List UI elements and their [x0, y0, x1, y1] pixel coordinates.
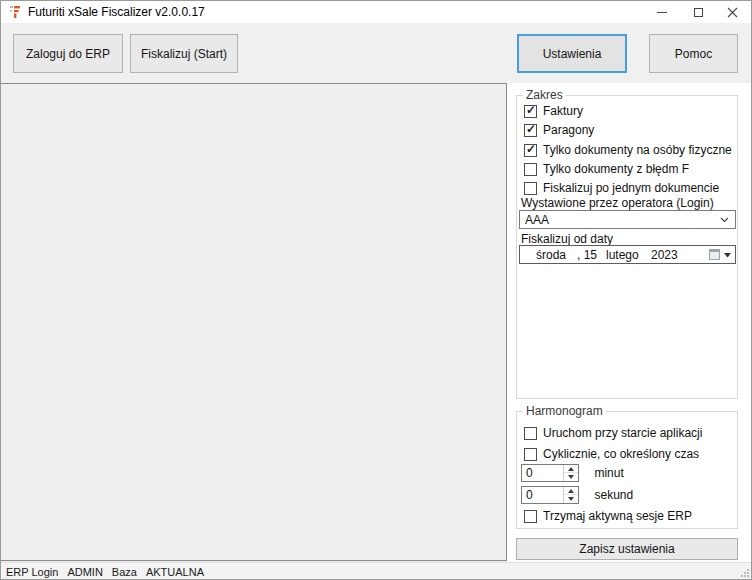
checkbox-row-jeden-dokument[interactable]: Fiskalizuj po jednym dokumencie: [524, 181, 719, 195]
settings-button[interactable]: Ustawienia: [517, 34, 627, 73]
group-zakres-title: Zakres: [523, 88, 566, 102]
checkbox-osoby-fizyczne-label[interactable]: Tylko dokumenty na osóby fizyczne: [543, 143, 732, 157]
maximize-button[interactable]: [682, 1, 714, 23]
checkbox-uruchom-start-label[interactable]: Uruchom przy starcie aplikacji: [543, 426, 702, 440]
seconds-unit-label: sekund: [594, 486, 633, 504]
maximize-icon: [694, 8, 703, 17]
resize-grip[interactable]: [740, 568, 749, 577]
save-settings-button[interactable]: Zapisz ustawienia: [516, 538, 738, 560]
calendar-dropdown-icon[interactable]: [724, 253, 731, 258]
app-window: Futuriti xSale Fiscalizer v2.0.0.17 Zalo…: [0, 0, 752, 580]
seconds-decrement-button[interactable]: [564, 495, 578, 503]
date-weekday[interactable]: środa: [536, 248, 566, 262]
checkbox-row-paragony[interactable]: Paragony: [524, 123, 594, 137]
status-baza-label: Baza: [112, 566, 137, 578]
minimize-icon: [657, 12, 667, 13]
checkbox-jeden-dokument-label[interactable]: Fiskalizuj po jednym dokumencie: [543, 181, 719, 195]
seconds-spinner-buttons: [563, 487, 578, 503]
app-logo-icon: [9, 5, 23, 19]
minutes-unit-label: minut: [594, 464, 623, 482]
chevron-up-icon: [568, 467, 574, 471]
minutes-decrement-button[interactable]: [564, 473, 578, 481]
close-icon: [727, 7, 738, 18]
minutes-increment-button[interactable]: [564, 465, 578, 474]
checkbox-jeden-dokument[interactable]: [524, 182, 537, 195]
checkbox-row-trzymaj-sesje[interactable]: Trzymaj aktywną sesje ERP: [524, 509, 692, 523]
chevron-down-icon: [568, 497, 574, 501]
checkbox-blad-f[interactable]: [524, 163, 537, 176]
status-erp-login-label: ERP Login: [6, 566, 58, 578]
checkbox-row-blad-f[interactable]: Tylko dokumenty z błędm F: [524, 162, 689, 176]
calendar-icon: [709, 249, 720, 260]
minutes-spinner-buttons: [563, 465, 578, 481]
checkbox-uruchom-start[interactable]: [524, 427, 537, 440]
help-button[interactable]: Pomoc: [649, 34, 738, 73]
chevron-up-icon: [568, 489, 574, 493]
status-bar: ERP Login ADMIN Baza AKTUALNA: [1, 562, 751, 580]
date-year[interactable]: 2023: [651, 248, 678, 262]
checkbox-faktury[interactable]: [524, 105, 537, 118]
checkbox-blad-f-label[interactable]: Tylko dokumenty z błędm F: [543, 162, 689, 176]
fiscalize-start-button[interactable]: Fiskalizuj (Start): [130, 34, 238, 73]
status-erp-login-value: ADMIN: [67, 566, 102, 578]
status-baza-value: AKTUALNA: [146, 566, 204, 578]
window-title: Futuriti xSale Fiscalizer v2.0.0.17: [28, 1, 205, 23]
log-output-panel[interactable]: [1, 83, 507, 561]
checkbox-row-osoby-fizyczne[interactable]: Tylko dokumenty na osóby fizyczne: [524, 143, 732, 157]
chevron-down-icon: [720, 217, 729, 223]
seconds-row: 0 sekund: [521, 485, 633, 503]
minutes-row: 0 minut: [521, 463, 624, 481]
close-button[interactable]: [715, 1, 749, 23]
checkbox-trzymaj-sesje[interactable]: [524, 510, 537, 523]
minutes-spinner[interactable]: 0: [521, 464, 579, 482]
date-day[interactable]: , 15: [577, 248, 597, 262]
group-zakres: Zakres Faktury Paragony Tylko dokumenty …: [516, 95, 738, 399]
minimize-button[interactable]: [646, 1, 678, 23]
date-from-label: Fiskalizuj od daty: [521, 232, 613, 246]
checkbox-faktury-label[interactable]: Faktury: [543, 104, 583, 118]
checkbox-trzymaj-sesje-label[interactable]: Trzymaj aktywną sesje ERP: [543, 509, 692, 523]
group-harmonogram-title: Harmonogram: [523, 404, 606, 418]
settings-panel: Zakres Faktury Paragony Tylko dokumenty …: [507, 83, 752, 562]
checkbox-row-uruchom-start[interactable]: Uruchom przy starcie aplikacji: [524, 426, 702, 440]
checkbox-cyklicznie-label[interactable]: Cyklicznie, co określony czas: [543, 447, 699, 461]
checkbox-osoby-fizyczne[interactable]: [524, 144, 537, 157]
seconds-value[interactable]: 0: [526, 488, 533, 502]
checkbox-paragony-label[interactable]: Paragony: [543, 123, 594, 137]
checkbox-paragony[interactable]: [524, 124, 537, 137]
date-month[interactable]: lutego: [606, 248, 639, 262]
seconds-spinner[interactable]: 0: [521, 486, 579, 504]
operator-combobox-value: AAA: [525, 213, 549, 227]
chevron-down-icon: [568, 475, 574, 479]
title-bar: Futuriti xSale Fiscalizer v2.0.0.17: [1, 1, 751, 23]
operator-combobox[interactable]: AAA: [519, 210, 736, 229]
login-erp-button[interactable]: Zaloguj do ERP: [13, 34, 123, 73]
checkbox-row-faktury[interactable]: Faktury: [524, 104, 583, 118]
checkbox-cyklicznie[interactable]: [524, 448, 537, 461]
minutes-value[interactable]: 0: [526, 466, 533, 480]
date-picker[interactable]: środa , 15 lutego 2023: [519, 245, 736, 264]
seconds-increment-button[interactable]: [564, 487, 578, 496]
group-harmonogram: Harmonogram Uruchom przy starcie aplikac…: [516, 411, 738, 529]
checkbox-row-cyklicznie[interactable]: Cyklicznie, co określony czas: [524, 447, 699, 461]
operator-label: Wystawione przez operatora (Login): [521, 196, 714, 210]
